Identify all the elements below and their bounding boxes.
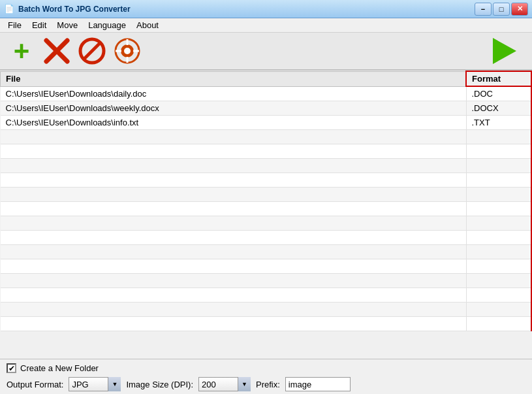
empty-format-cell: [466, 187, 531, 201]
empty-file-cell: [1, 230, 467, 244]
empty-file-cell: [1, 273, 467, 287]
help-button[interactable]: [111, 35, 144, 67]
output-format-select[interactable]: JPG PNG BMP TIFF: [69, 377, 121, 391]
empty-format-cell: [466, 201, 531, 216]
empty-format-cell: [466, 244, 531, 259]
empty-format-cell: [466, 144, 531, 158]
menu-file[interactable]: File: [3, 19, 27, 31]
toolbar: +: [0, 33, 532, 71]
empty-format-cell: [466, 216, 531, 230]
table-row: [1, 172, 532, 187]
empty-file-cell: [1, 259, 467, 273]
empty-file-cell: [1, 302, 467, 316]
empty-format-cell: [466, 129, 531, 144]
create-folder-checkbox[interactable]: ✔: [7, 363, 16, 373]
file-table: File Format C:\Users\IEUser\Downloads\da…: [0, 71, 532, 331]
close-button[interactable]: ✕: [511, 3, 528, 16]
app-icon: 📄: [4, 4, 14, 14]
menu-edit[interactable]: Edit: [27, 19, 52, 31]
svg-marker-11: [493, 38, 516, 64]
image-size-select-wrapper[interactable]: 72 96 150 200 300 ▼: [198, 377, 251, 391]
main-content: File Format C:\Users\IEUser\Downloads\da…: [0, 71, 532, 394]
empty-format-cell: [466, 230, 531, 244]
options-row: Output Format: JPG PNG BMP TIFF ▼ Image …: [7, 377, 525, 391]
table-row: [1, 316, 532, 331]
menu-move[interactable]: Move: [52, 19, 83, 31]
empty-file-cell: [1, 287, 467, 302]
table-row: [1, 244, 532, 259]
table-row: C:\Users\IEUser\Downloads\daily.doc.DOC: [1, 86, 532, 101]
create-folder-row: ✔ Create a New Folder: [7, 363, 525, 373]
format-cell: .DOC: [466, 86, 531, 101]
file-column-header: File: [1, 71, 467, 86]
output-format-select-wrapper[interactable]: JPG PNG BMP TIFF ▼: [69, 377, 121, 391]
empty-file-cell: [1, 216, 467, 230]
table-row: [1, 273, 532, 287]
table-row: [1, 201, 532, 216]
empty-format-cell: [466, 273, 531, 287]
prefix-label: Prefix:: [256, 380, 280, 389]
empty-file-cell: [1, 316, 467, 331]
empty-file-cell: [1, 244, 467, 259]
file-cell: C:\Users\IEUser\Downloads\weekly.docx: [1, 101, 467, 115]
file-cell: C:\Users\IEUser\Downloads\daily.doc: [1, 86, 467, 101]
table-row: [1, 216, 532, 230]
format-cell: .TXT: [466, 115, 531, 129]
table-row: C:\Users\IEUser\Downloads\info.txt.TXT: [1, 115, 532, 129]
format-cell: .DOCX: [466, 101, 531, 115]
add-button[interactable]: +: [5, 35, 38, 67]
table-row: [1, 230, 532, 244]
empty-file-cell: [1, 187, 467, 201]
file-table-container[interactable]: File Format C:\Users\IEUser\Downloads\da…: [0, 71, 532, 359]
svg-point-6: [124, 48, 131, 54]
title-bar-left: 📄 Batch Word To JPG Converter: [4, 4, 131, 14]
window-controls[interactable]: − □ ✕: [475, 3, 528, 16]
empty-format-cell: [466, 259, 531, 273]
table-row: [1, 187, 532, 201]
empty-format-cell: [466, 287, 531, 302]
table-row: C:\Users\IEUser\Downloads\weekly.docx.DO…: [1, 101, 532, 115]
maximize-button[interactable]: □: [493, 3, 510, 16]
create-folder-label: Create a New Folder: [20, 363, 99, 373]
empty-format-cell: [466, 302, 531, 316]
table-row: [1, 302, 532, 316]
minimize-button[interactable]: −: [475, 3, 492, 16]
app-title: Batch Word To JPG Converter: [18, 5, 131, 14]
title-bar: 📄 Batch Word To JPG Converter − □ ✕: [0, 0, 532, 18]
empty-file-cell: [1, 158, 467, 172]
table-row: [1, 158, 532, 172]
cancel-button[interactable]: [76, 35, 108, 67]
empty-file-cell: [1, 201, 467, 216]
go-button[interactable]: [488, 35, 527, 67]
image-size-select[interactable]: 72 96 150 200 300: [198, 377, 251, 391]
image-size-label: Image Size (DPI):: [126, 380, 193, 389]
table-row: [1, 259, 532, 273]
empty-format-cell: [466, 172, 531, 187]
menu-about[interactable]: About: [131, 19, 164, 31]
output-format-label: Output Format:: [7, 380, 63, 389]
prefix-input[interactable]: [285, 377, 351, 391]
menu-bar: File Edit Move Language About: [0, 18, 532, 33]
file-cell: C:\Users\IEUser\Downloads\info.txt: [1, 115, 467, 129]
empty-format-cell: [466, 316, 531, 331]
table-row: [1, 287, 532, 302]
svg-line-3: [83, 42, 101, 60]
empty-file-cell: [1, 129, 467, 144]
table-row: [1, 129, 532, 144]
empty-file-cell: [1, 172, 467, 187]
menu-language[interactable]: Language: [83, 19, 131, 31]
table-row: [1, 144, 532, 158]
empty-format-cell: [466, 158, 531, 172]
remove-button[interactable]: [40, 35, 73, 67]
empty-file-cell: [1, 144, 467, 158]
bottom-panel: ✔ Create a New Folder Output Format: JPG…: [0, 359, 532, 394]
format-column-header: Format: [466, 71, 531, 86]
